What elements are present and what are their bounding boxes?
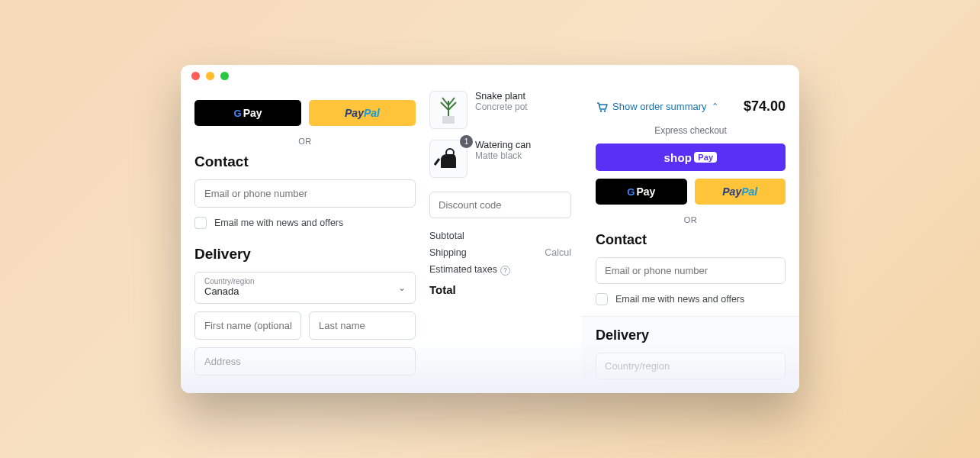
cart-item-variant: Matte black [475, 150, 531, 161]
first-name-field[interactable] [194, 311, 301, 340]
shipping-value: Calcul [545, 247, 571, 258]
show-summary-label: Show order summary [612, 101, 707, 112]
svg-point-3 [604, 110, 606, 111]
info-icon[interactable]: ? [500, 266, 510, 276]
paypal-logo-icon: PayPal [345, 107, 380, 119]
express-checkout-label: Express checkout [596, 125, 786, 136]
total-label: Total [429, 283, 456, 296]
delivery-heading: Delivery [596, 327, 786, 344]
show-order-summary-toggle[interactable]: Show order summary ⌃ [596, 101, 718, 113]
gpay-button[interactable]: GPay [596, 179, 687, 205]
browser-window: GPay PayPal OR Contact Email me with new… [181, 65, 799, 393]
product-thumb [429, 91, 468, 129]
cart-icon [596, 101, 608, 113]
order-summary-column: Snake plant Concrete pot 1 Watering can … [429, 86, 582, 393]
email-field[interactable] [596, 257, 786, 284]
news-label: Email me with news and offers [615, 294, 744, 305]
or-separator: OR [194, 137, 416, 146]
gpay-label: Pay [636, 185, 655, 198]
google-logo-icon: G [627, 186, 635, 198]
cart-item-title: Watering can [475, 140, 531, 150]
news-checkbox[interactable] [194, 217, 207, 229]
paypal-button[interactable]: PayPal [695, 179, 786, 205]
cart-item-variant: Concrete pot [475, 102, 528, 112]
or-separator: OR [596, 215, 786, 224]
shoppay-button[interactable]: shopPay [596, 144, 786, 171]
contact-heading: Contact [194, 153, 416, 170]
order-total: $74.00 [744, 98, 786, 114]
svg-point-2 [600, 110, 602, 111]
news-label: Email me with news and offers [214, 218, 343, 228]
subtotal-label: Subtotal [429, 231, 464, 241]
plant-icon [433, 95, 464, 125]
delivery-heading: Delivery [194, 246, 416, 263]
taxes-label: Estimated taxes [429, 264, 497, 275]
checkout-left-column: GPay PayPal OR Contact Email me with new… [181, 86, 429, 393]
cart-item: 1 Watering can Matte black [429, 140, 571, 178]
shop-label: shop [664, 151, 692, 164]
address-field[interactable] [194, 347, 416, 376]
cart-item: Snake plant Concrete pot [429, 91, 571, 129]
country-select[interactable]: Country/region Canada ⌄ [194, 272, 416, 304]
window-maximize[interactable] [220, 72, 229, 80]
google-logo-icon: G [233, 108, 241, 119]
paypal-button[interactable]: PayPal [309, 100, 416, 126]
cart-item-title: Snake plant [475, 91, 528, 102]
country-label: Country/region [605, 360, 670, 372]
watering-can-icon [433, 144, 464, 174]
country-label: Country/region [204, 277, 406, 285]
svg-rect-0 [442, 116, 455, 124]
window-minimize[interactable] [206, 72, 214, 80]
gpay-button[interactable]: GPay [194, 100, 301, 126]
titlebar [181, 65, 799, 86]
email-field[interactable] [194, 179, 416, 208]
paypal-logo-icon: PayPal [722, 185, 757, 198]
chevron-up-icon: ⌃ [712, 102, 718, 111]
news-checkbox[interactable] [596, 293, 608, 305]
country-value: Canada [204, 285, 406, 297]
checkout-right-column: Show order summary ⌃ $74.00 Express chec… [582, 86, 799, 393]
contact-heading: Contact [596, 232, 786, 248]
chevron-down-icon: ⌄ [398, 282, 406, 293]
shipping-label: Shipping [429, 247, 467, 258]
gpay-label: Pay [243, 107, 262, 119]
window-close[interactable] [191, 72, 200, 80]
country-select[interactable]: Country/region [596, 353, 786, 379]
qty-badge: 1 [460, 135, 473, 148]
discount-code-field[interactable] [429, 192, 571, 218]
shoppay-badge: Pay [694, 152, 717, 163]
last-name-field[interactable] [309, 311, 416, 340]
